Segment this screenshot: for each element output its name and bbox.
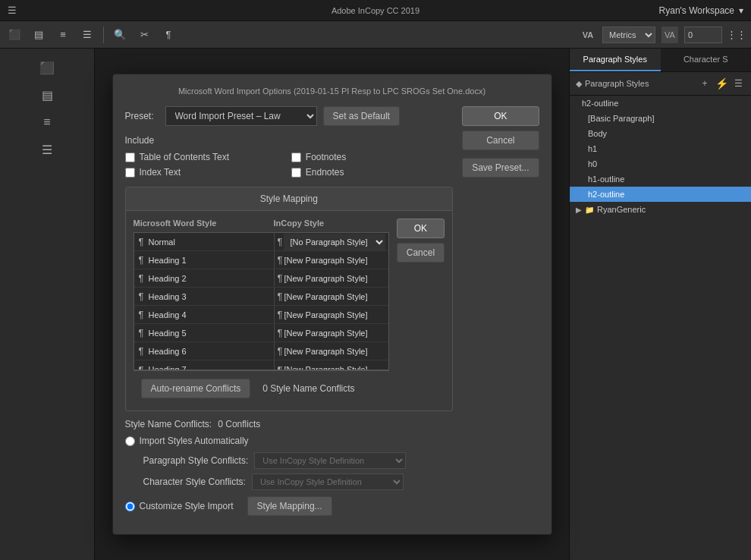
checkbox-index-input[interactable] (125, 168, 135, 178)
checkbox-toc-input[interactable] (125, 153, 135, 162)
new-style-icon[interactable]: + (698, 77, 712, 90)
include-label: Include (125, 135, 454, 146)
style-item-h0[interactable]: h0 (570, 156, 751, 171)
folder-icon-2: 📁 (585, 206, 594, 214)
cancel-button[interactable]: Cancel (462, 131, 539, 150)
char-conflicts-select[interactable]: Use InCopy Style Definition (252, 473, 404, 490)
mapping-row-h2: ¶ Heading 2 ¶ [New Paragraph Style] (134, 269, 388, 288)
tool-icon-7[interactable]: ¶ (160, 27, 177, 43)
para-icon-h1: ¶ (139, 254, 144, 266)
checkbox-toc[interactable]: Table of Contents Text (125, 152, 287, 162)
dialog-side-buttons: OK Cancel Save Preset... (462, 106, 539, 522)
left-tool-3[interactable]: ≡ (36, 111, 58, 134)
tool-icon-3[interactable]: ≡ (55, 27, 71, 43)
main-area: ⬛ ▤ ≡ ☰ Microsoft Word Import Options (2… (0, 49, 751, 560)
mapping-table: ¶ Normal ¶ [No Paragraph Style] (134, 232, 389, 370)
left-tool-2[interactable]: ▤ (36, 83, 58, 106)
checkbox-endnotes-input[interactable] (291, 168, 301, 178)
customize-label: Customize Style Import (140, 501, 234, 511)
para-icon-normal: ¶ (139, 236, 144, 247)
ic-cell-h5: ¶ [New Paragraph Style] (275, 327, 388, 338)
more-options-icon[interactable]: ⋮⋮ (728, 27, 745, 43)
tab-character-styles[interactable]: Character S (661, 49, 752, 71)
mapping-side-buttons: OK Cancel (397, 211, 452, 411)
style-item-body[interactable]: Body (570, 126, 751, 141)
conflicts-count: 0 Style Name Conflicts (262, 383, 354, 394)
auto-rename-button[interactable]: Auto-rename Conflicts (141, 379, 251, 398)
ok-button[interactable]: OK (462, 106, 539, 126)
ic-label-h1: [New Paragraph Style] (284, 256, 367, 265)
ic-cell-h4: ¶ [New Paragraph Style] (275, 309, 388, 320)
customize-radio[interactable]: Customize Style Import Style Mapping... (125, 496, 454, 516)
ms-label-h4: Heading 4 (148, 310, 186, 319)
mapping-scroll-area[interactable]: ¶ Normal ¶ [No Paragraph Style] (134, 233, 388, 370)
ic-label-h4: [New Paragraph Style] (284, 310, 367, 319)
tool-icon-1[interactable]: ⬛ (6, 27, 23, 43)
ic-label-h2: [New Paragraph Style] (284, 274, 367, 283)
quick-apply-icon[interactable]: ⚡ (715, 77, 728, 90)
preset-select[interactable]: Word Import Preset – Law (165, 106, 317, 126)
workspace-area: Ryan's Workspace ▾ (659, 5, 743, 16)
mapping-row-h7: ¶ Heading 7 ¶ [New Paragraph Style] (134, 360, 388, 370)
para-icon-ic-h4: ¶ (278, 309, 283, 320)
para-icon-h2: ¶ (139, 272, 144, 284)
import-auto-label: Import Styles Automatically (140, 436, 249, 446)
ms-cell-h7: ¶ Heading 7 (134, 360, 275, 370)
ms-cell-h2: ¶ Heading 2 (134, 269, 275, 287)
style-item-ryangeneric[interactable]: ▶ 📁 RyanGeneric (570, 202, 751, 217)
checkbox-footnotes[interactable]: Footnotes (291, 152, 453, 162)
tool-icon-2[interactable]: ▤ (30, 27, 47, 43)
para-icon-ic-h3: ¶ (278, 291, 283, 302)
style-item-h2-outline[interactable]: h2-outline (570, 187, 751, 202)
workspace-chevron[interactable]: ▾ (739, 5, 743, 16)
style-item-basic-paragraph[interactable]: [Basic Paragraph] (570, 111, 751, 126)
set-default-button[interactable]: Set as Default (323, 106, 400, 126)
left-tool-1[interactable]: ⬛ (36, 56, 58, 79)
ic-label-h7: [New Paragraph Style] (284, 365, 367, 370)
left-tool-4[interactable]: ☰ (36, 138, 58, 161)
top-bar: ☰ Adobe InCopy CC 2019 Ryan's Workspace … (0, 0, 751, 21)
checkbox-index[interactable]: Index Text (125, 167, 287, 178)
col-header-ic: InCopy Style (274, 219, 389, 228)
inner-ok-button[interactable]: OK (397, 219, 445, 238)
para-icon-h7: ¶ (139, 364, 144, 370)
checkbox-endnotes[interactable]: Endnotes (291, 167, 453, 178)
ms-cell-h4: ¶ Heading 4 (134, 306, 275, 323)
customize-radio-input[interactable] (125, 502, 135, 511)
save-preset-button[interactable]: Save Preset... (462, 158, 539, 178)
para-icon-h5: ¶ (139, 327, 144, 338)
para-icon-h3: ¶ (139, 291, 144, 302)
metrics-input[interactable] (684, 27, 722, 43)
para-conflicts-select[interactable]: Use InCopy Style Definition (254, 452, 406, 469)
style-item-h0-label: h0 (588, 159, 597, 168)
metrics-select[interactable]: Metrics (602, 27, 655, 43)
preset-row: Preset: Word Import Preset – Law Set as … (125, 106, 454, 126)
para-icon-ic-h1: ¶ (278, 254, 283, 266)
checkbox-footnotes-input[interactable] (291, 153, 301, 162)
import-auto-radio[interactable]: Import Styles Automatically (125, 436, 454, 446)
para-icon-ic-h5: ¶ (278, 327, 283, 338)
para-icon-h4: ¶ (139, 309, 144, 320)
tool-icon-6[interactable]: ✂ (136, 27, 152, 43)
metrics-input-group (684, 27, 722, 43)
tab-paragraph-styles[interactable]: Paragraph Styles (570, 49, 661, 71)
inner-cancel-button[interactable]: Cancel (397, 243, 445, 263)
ic-label-h3: [New Paragraph Style] (284, 292, 367, 301)
import-auto-radio-input[interactable] (125, 436, 135, 446)
para-icon-ic-h6: ¶ (278, 345, 283, 357)
style-item-ryangeneric-label: RyanGeneric (597, 205, 646, 214)
panel-title: ◆ Paragraph Styles (576, 79, 649, 89)
ms-label-h2: Heading 2 (148, 274, 186, 283)
style-item-h1-outline[interactable]: h1-outline (570, 171, 751, 187)
va-icon: VA (580, 27, 596, 43)
ms-cell-h5: ¶ Heading 5 (134, 324, 275, 341)
conflict-info-row: Style Name Conflicts: 0 Conflicts (125, 419, 454, 429)
conflicts-row: Auto-rename Conflicts 0 Style Name Confl… (134, 370, 389, 403)
tool-icon-4[interactable]: ☰ (79, 27, 96, 43)
ic-select-normal[interactable]: [No Paragraph Style] (284, 234, 385, 250)
tool-icon-5[interactable]: 🔍 (112, 27, 128, 43)
style-item-h1[interactable]: h1 (570, 141, 751, 156)
panel-menu-icon[interactable]: ☰ (731, 77, 745, 90)
style-mapping-button[interactable]: Style Mapping... (247, 496, 332, 516)
style-item-h2-outline-group[interactable]: h2-outline (570, 96, 751, 111)
